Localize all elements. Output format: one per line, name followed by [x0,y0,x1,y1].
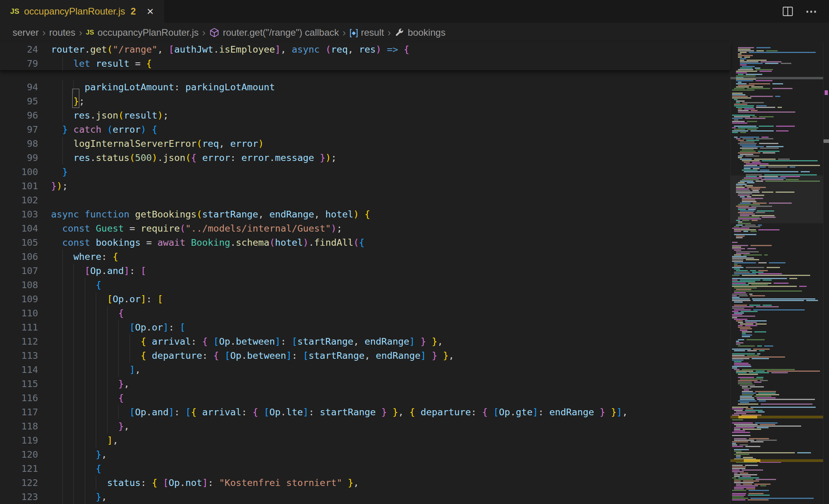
code-line[interactable]: 119 ], [0,433,730,447]
line-content[interactable]: const bookings = await Booking.schema(ho… [51,236,730,250]
line-content[interactable]: res.status(500).json({ error: error.mess… [51,151,730,165]
tab-occupancyplanrouter[interactable]: JS occupancyPlanRouter.js 2 × [0,0,164,23]
line-number[interactable]: 108 [0,278,51,292]
line-number[interactable]: 24 [0,42,51,57]
code-viewport[interactable]: 94 parkingLotAmount: parkingLotAmount95 … [0,71,730,504]
line-number[interactable]: 79 [0,57,51,71]
line-content[interactable]: let result = { [51,57,730,71]
minimap-slider[interactable] [730,175,823,223]
line-number[interactable]: 95 [0,94,51,108]
code-line[interactable]: 94 parkingLotAmount: parkingLotAmount [0,80,730,94]
line-number[interactable]: 94 [0,80,51,94]
code-line[interactable]: 114 ], [0,363,730,377]
line-number[interactable]: 118 [0,419,51,433]
line-number[interactable]: 121 [0,462,51,476]
line-number[interactable]: 114 [0,363,51,377]
code-line[interactable]: 103async function getBookings(startRange… [0,207,730,221]
breadcrumb-item[interactable]: server [13,27,39,38]
line-content[interactable]: { departure: { [Op.between]: [startRange… [51,349,730,363]
line-content[interactable]: async function getBookings(startRange, e… [51,207,730,221]
line-number[interactable]: 104 [0,221,51,236]
code-line[interactable]: 122 status: { [Op.not]: "Kostenfrei stor… [0,476,730,490]
code-line[interactable]: 24router.get("/range", [authJwt.isEmploy… [0,42,730,57]
line-number[interactable]: 112 [0,334,51,349]
line-content[interactable]: status: { [Op.not]: "Kostenfrei stornier… [51,476,730,490]
code-line[interactable]: 107 [Op.and]: [ [0,264,730,278]
line-content[interactable]: { [51,278,730,292]
line-content[interactable]: [Op.or]: [ [51,320,730,334]
code-line[interactable]: 106 where: { [0,250,730,264]
code-line[interactable]: 100 } [0,165,730,179]
close-icon[interactable]: × [147,5,154,17]
line-number[interactable]: 119 [0,433,51,447]
breadcrumb-item[interactable]: bookings [394,27,446,38]
code-line[interactable]: 97 } catch (error) { [0,122,730,137]
line-number[interactable]: 111 [0,320,51,334]
code-line[interactable]: 121 { [0,462,730,476]
line-content[interactable]: [Op.and]: [ [51,264,730,278]
code-line[interactable]: 101}); [0,179,730,193]
vertical-scrollbar[interactable] [823,42,829,504]
line-number[interactable]: 98 [0,137,51,151]
line-content[interactable]: logInternalServerError(req, error) [51,137,730,151]
line-number[interactable]: 120 [0,447,51,462]
line-number[interactable]: 103 [0,207,51,221]
line-content[interactable]: }, [51,490,730,504]
code-line[interactable]: 105 const bookings = await Booking.schem… [0,236,730,250]
breadcrumb-item[interactable]: JSoccupancyPlanRouter.js [86,27,199,38]
line-content[interactable]: res.json(result); [51,108,730,122]
code-line[interactable]: 116 { [0,391,730,405]
line-number[interactable]: 116 [0,391,51,405]
line-content[interactable]: ], [51,433,730,447]
line-number[interactable]: 115 [0,377,51,391]
line-content[interactable]: { arrival: { [Op.between]: [startRange, … [51,334,730,349]
line-content[interactable]: const Guest = require("../models/interna… [51,221,730,236]
code-line[interactable]: 112 { arrival: { [Op.between]: [startRan… [0,334,730,349]
line-content[interactable]: }, [51,447,730,462]
line-content[interactable]: where: { [51,250,730,264]
code-line[interactable]: 113 { departure: { [Op.between]: [startR… [0,349,730,363]
line-number[interactable]: 117 [0,405,51,419]
code-line[interactable]: 99 res.status(500).json({ error: error.m… [0,151,730,165]
code-line[interactable]: 117 [Op.and]: [{ arrival: { [Op.lte]: st… [0,405,730,419]
line-number[interactable]: 97 [0,122,51,137]
line-number[interactable]: 101 [0,179,51,193]
line-content[interactable]: { [51,391,730,405]
line-content[interactable] [51,193,730,207]
line-content[interactable]: [Op.and]: [{ arrival: { [Op.lte]: startR… [51,405,730,419]
code-line[interactable]: 104 const Guest = require("../models/int… [0,221,730,236]
breadcrumb-item[interactable]: router.get("/range") callback [209,27,339,38]
line-number[interactable]: 113 [0,349,51,363]
code-line[interactable]: 118 }, [0,419,730,433]
code-line[interactable]: 102 [0,193,730,207]
code-line[interactable]: 98 logInternalServerError(req, error) [0,137,730,151]
line-content[interactable]: }; [51,94,730,108]
line-content[interactable]: } catch (error) { [51,122,730,137]
line-content[interactable]: { [51,462,730,476]
code-line[interactable]: 108 { [0,278,730,292]
line-content[interactable]: ], [51,363,730,377]
line-number[interactable]: 102 [0,193,51,207]
breadcrumb-item[interactable]: routes [49,27,75,38]
line-number[interactable]: 105 [0,236,51,250]
code-line[interactable]: 110 { [0,306,730,320]
code-line[interactable]: 115 }, [0,377,730,391]
line-number[interactable]: 99 [0,151,51,165]
line-content[interactable]: }); [51,179,730,193]
code-line[interactable]: 79 let result = { [0,57,730,71]
code-line[interactable]: 120 }, [0,447,730,462]
editor[interactable]: 94 parkingLotAmount: parkingLotAmount95 … [0,42,829,504]
line-content[interactable]: } [51,165,730,179]
code-line[interactable]: 111 [Op.or]: [ [0,320,730,334]
line-content[interactable]: { [51,306,730,320]
line-content[interactable]: parkingLotAmount: parkingLotAmount [51,80,730,94]
code-line[interactable]: 96 res.json(result); [0,108,730,122]
code-line[interactable]: 109 [Op.or]: [ [0,292,730,306]
line-content[interactable]: }, [51,419,730,433]
line-number[interactable]: 100 [0,165,51,179]
line-number[interactable]: 96 [0,108,51,122]
sticky-scroll[interactable]: 24router.get("/range", [authJwt.isEmploy… [0,42,730,71]
breadcrumb-item[interactable]: [◆]result [349,27,384,38]
line-content[interactable]: router.get("/range", [authJwt.isEmployee… [51,42,730,57]
minimap[interactable] [730,42,823,504]
